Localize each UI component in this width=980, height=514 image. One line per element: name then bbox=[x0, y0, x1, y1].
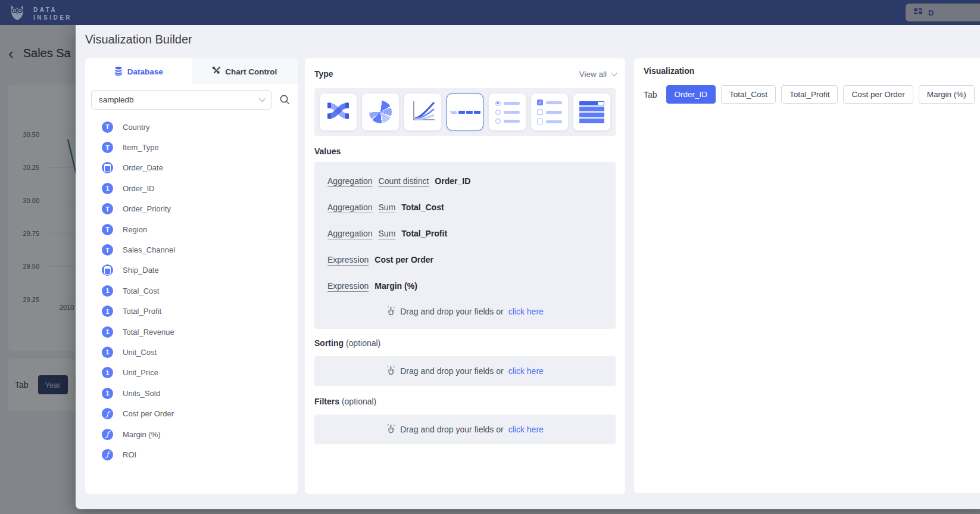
field-row[interactable]: 1Total_Profit bbox=[102, 301, 298, 322]
field-row[interactable]: Ship_Date bbox=[102, 260, 298, 281]
top-navbar: DATA INSIDER D bbox=[0, 0, 980, 25]
chart-type-tab[interactable]: Tab bbox=[447, 94, 483, 130]
aggregation-link[interactable]: Aggregation bbox=[327, 176, 373, 186]
field-row[interactable]: TOrder_Priority bbox=[102, 199, 298, 219]
view-all-label: View all bbox=[579, 70, 607, 79]
aggregation-type-link[interactable]: Sum bbox=[379, 229, 396, 238]
value-field: Total_Cost bbox=[401, 203, 444, 212]
number-field-icon: 1 bbox=[102, 183, 113, 194]
expression-link[interactable]: Expression bbox=[327, 255, 369, 264]
field-row[interactable]: Order_Date bbox=[102, 158, 298, 178]
brand[interactable]: DATA INSIDER bbox=[7, 2, 72, 24]
visualization-tab-row: Tab Order_ID Total_Cost Total_Profit Cos… bbox=[644, 85, 975, 104]
date-field-icon bbox=[102, 162, 113, 173]
field-row[interactable]: 1Units_Sold bbox=[102, 383, 298, 403]
chart-type-radio-list[interactable] bbox=[489, 94, 526, 130]
viz-tab-margin[interactable]: Margin (%) bbox=[919, 85, 975, 104]
text-field-icon: T bbox=[102, 244, 113, 256]
field-row[interactable]: TItem_Type bbox=[102, 137, 298, 157]
field-row[interactable]: 1Unit_Cost bbox=[102, 342, 298, 362]
dashboard-button-label: D bbox=[928, 8, 934, 17]
value-row[interactable]: Aggregation Count distinct Order_ID bbox=[327, 168, 603, 194]
visualization-builder-modal: Visualization Builder Database bbox=[76, 25, 980, 509]
number-field-icon: 1 bbox=[102, 347, 113, 358]
field-list: TCountry TItem_Type Order_Date 1Order_ID… bbox=[85, 117, 298, 494]
field-row[interactable]: TSales_Channel bbox=[102, 239, 298, 260]
dragdrop-hint-text: Drag and drop your fields or bbox=[400, 425, 504, 434]
number-field-icon: 1 bbox=[102, 388, 113, 399]
modal-title: Visualization Builder bbox=[85, 33, 192, 46]
datasource-select[interactable]: sampledb bbox=[91, 90, 271, 110]
line-chart-icon bbox=[410, 99, 436, 125]
aggregation-link[interactable]: Aggregation bbox=[327, 203, 373, 212]
chevron-down-icon bbox=[259, 95, 266, 102]
field-row[interactable]: TRegion bbox=[102, 219, 298, 239]
dashboard-icon bbox=[913, 7, 923, 18]
aggregation-type-link[interactable]: Count distinct bbox=[379, 176, 429, 186]
chart-type-sankey[interactable] bbox=[320, 94, 357, 130]
value-row[interactable]: Aggregation Sum Total_Cost bbox=[327, 194, 603, 220]
owl-logo-icon bbox=[7, 2, 27, 24]
sorting-dropzone[interactable]: Drag and drop your fields or click here bbox=[314, 356, 616, 386]
function-field-icon: ƒ bbox=[102, 429, 113, 440]
sankey-icon bbox=[326, 99, 350, 125]
radio-list-icon bbox=[495, 101, 520, 124]
tab-database[interactable]: Database bbox=[85, 58, 192, 85]
value-field: Order_ID bbox=[435, 176, 470, 186]
tab-chart-control[interactable]: Chart Control bbox=[192, 58, 298, 85]
field-row[interactable]: 1Total_Revenue bbox=[102, 322, 298, 342]
number-field-icon: 1 bbox=[102, 367, 113, 378]
value-row[interactable]: Expression Margin (%) bbox=[327, 273, 603, 299]
sorting-section-title: Sorting (optional) bbox=[314, 338, 380, 348]
filters-dropzone[interactable]: Drag and drop your fields or click here bbox=[314, 415, 616, 444]
view-all-dropdown[interactable]: View all bbox=[579, 70, 616, 79]
value-row[interactable]: Aggregation Sum Total_Profit bbox=[327, 220, 603, 247]
number-field-icon: 1 bbox=[102, 326, 113, 338]
field-row[interactable]: ƒMargin (%) bbox=[102, 424, 298, 444]
drag-hand-icon bbox=[386, 423, 395, 435]
tab-chart-control-label: Chart Control bbox=[225, 67, 277, 76]
sorting-click-here-link[interactable]: click here bbox=[508, 366, 544, 376]
viz-tab-total-profit[interactable]: Total_Profit bbox=[781, 85, 838, 104]
tab-database-label: Database bbox=[127, 67, 163, 76]
dashboard-button[interactable]: D bbox=[906, 4, 980, 21]
viz-tab-total-cost[interactable]: Total_Cost bbox=[721, 85, 776, 104]
number-field-icon: 1 bbox=[102, 306, 113, 317]
datasource-value: sampledb bbox=[99, 95, 134, 104]
drag-hand-icon bbox=[386, 365, 395, 377]
field-row[interactable]: 1Order_ID bbox=[102, 178, 298, 198]
values-dropzone[interactable]: Aggregation Count distinct Order_ID Aggr… bbox=[314, 162, 616, 329]
chart-type-pie[interactable] bbox=[362, 94, 399, 130]
viz-tab-order-id[interactable]: Order_ID bbox=[666, 85, 716, 104]
chart-type-line[interactable] bbox=[404, 94, 441, 130]
app-window: DATA INSIDER D ‹ Sales Sa bbox=[0, 0, 980, 514]
values-click-here-link[interactable]: click here bbox=[508, 307, 544, 316]
field-row[interactable]: 1Total_Cost bbox=[102, 281, 298, 301]
number-field-icon: 1 bbox=[102, 285, 113, 297]
aggregation-link[interactable]: Aggregation bbox=[327, 229, 373, 238]
datasource-row: sampledb bbox=[91, 89, 292, 110]
field-row[interactable]: ƒROI bbox=[102, 444, 298, 465]
search-icon[interactable] bbox=[278, 92, 292, 107]
chart-type-checkbox-list[interactable]: ✓ bbox=[531, 94, 568, 130]
brand-text: DATA INSIDER bbox=[33, 5, 72, 21]
checkbox-list-icon: ✓ bbox=[537, 99, 562, 124]
chart-type-table[interactable] bbox=[573, 94, 610, 130]
viz-tab-cost-per-order[interactable]: Cost per Order bbox=[843, 85, 913, 104]
text-field-icon: T bbox=[102, 203, 113, 214]
value-field: Margin (%) bbox=[374, 281, 417, 291]
text-field-icon: T bbox=[102, 122, 113, 133]
value-field: Cost per Order bbox=[374, 255, 433, 264]
function-field-icon: ƒ bbox=[102, 408, 113, 419]
field-row[interactable]: 1Unit_Price bbox=[102, 363, 298, 383]
value-row[interactable]: Expression Cost per Order bbox=[327, 247, 603, 273]
text-field-icon: T bbox=[102, 142, 113, 153]
field-row[interactable]: TCountry bbox=[102, 117, 298, 137]
tab-filter-icon: Tab bbox=[450, 110, 480, 114]
aggregation-type-link[interactable]: Sum bbox=[379, 203, 396, 212]
filters-click-here-link[interactable]: click here bbox=[508, 425, 544, 434]
expression-link[interactable]: Expression bbox=[327, 281, 369, 291]
function-field-icon: ƒ bbox=[102, 449, 113, 460]
visualization-section-title: Visualization bbox=[644, 66, 694, 76]
field-row[interactable]: ƒCost per Order bbox=[102, 403, 298, 423]
